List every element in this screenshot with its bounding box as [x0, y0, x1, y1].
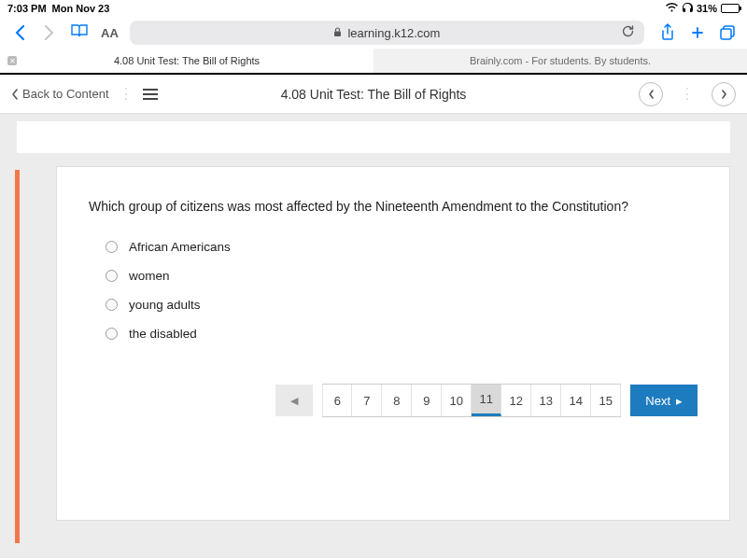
- close-icon[interactable]: ✕: [7, 56, 17, 65]
- svg-rect-0: [334, 31, 341, 36]
- pager-page[interactable]: 13: [531, 385, 561, 416]
- pager-next-button[interactable]: Next ▸: [630, 385, 698, 416]
- radio-icon: [106, 328, 118, 340]
- radio-icon: [106, 241, 118, 253]
- pager-page[interactable]: 8: [382, 385, 412, 416]
- pager-page-current[interactable]: 11: [472, 385, 501, 416]
- reload-icon[interactable]: [621, 24, 635, 41]
- back-label: Back to Content: [22, 87, 109, 101]
- prev-page-button[interactable]: [639, 82, 663, 106]
- pager-page[interactable]: 9: [412, 385, 442, 416]
- ipad-status-bar: 7:03 PM Mon Nov 23 31%: [0, 0, 747, 17]
- radio-icon: [106, 270, 118, 282]
- accent-strip: [15, 170, 20, 543]
- chevron-right-icon: ▸: [676, 394, 683, 408]
- pager-page[interactable]: 12: [501, 385, 531, 416]
- pager-page[interactable]: 14: [561, 385, 591, 416]
- back-to-content-link[interactable]: Back to Content: [11, 87, 109, 101]
- answer-option[interactable]: young adults: [89, 290, 698, 319]
- battery-percent: 31%: [697, 3, 717, 14]
- tab-label: 4.08 Unit Test: The Bill of Rights: [114, 55, 260, 66]
- next-label: Next: [645, 394, 670, 408]
- tabs-icon[interactable]: [715, 21, 740, 45]
- tab-active[interactable]: ✕ 4.08 Unit Test: The Bill of Rights: [0, 49, 374, 73]
- address-bar[interactable]: learning.k12.com: [130, 21, 644, 45]
- answer-option[interactable]: women: [89, 261, 698, 290]
- answer-option[interactable]: African Americans: [89, 232, 698, 261]
- bookmarks-icon[interactable]: [67, 23, 92, 43]
- battery-icon: [721, 4, 740, 13]
- browser-toolbar: AA learning.k12.com: [0, 17, 747, 49]
- pager-prev-button[interactable]: ◀: [275, 385, 313, 416]
- app-header: Back to Content ⋮ 4.08 Unit Test: The Bi…: [0, 75, 747, 114]
- browser-back-button[interactable]: [7, 21, 32, 45]
- lock-icon: [333, 27, 342, 39]
- browser-forward-button[interactable]: [37, 21, 62, 45]
- page-title: 4.08 Unit Test: The Bill of Rights: [281, 87, 467, 102]
- new-tab-icon[interactable]: [685, 21, 710, 45]
- tab-strip: ✕ 4.08 Unit Test: The Bill of Rights Bra…: [0, 49, 747, 75]
- question-card: Which group of citizens was most affecte…: [56, 166, 730, 521]
- text-size-control[interactable]: AA: [101, 26, 119, 40]
- pager-page[interactable]: 6: [322, 385, 352, 416]
- pager-numbers: 6 7 8 9 10 11 12 13 14 15: [322, 384, 621, 417]
- pagination: ◀ 6 7 8 9 10 11 12 13 14 15 Next ▸: [89, 384, 698, 417]
- pager-page[interactable]: 15: [591, 385, 621, 416]
- separator: ⋮: [119, 85, 134, 103]
- answer-option[interactable]: the disabled: [89, 319, 698, 348]
- option-label: the disabled: [129, 327, 197, 341]
- share-icon[interactable]: [655, 21, 680, 45]
- card-top-strip: [17, 121, 730, 153]
- quiz-area: Which group of citizens was most affecte…: [0, 114, 747, 558]
- address-host: learning.k12.com: [347, 26, 440, 40]
- tab-inactive[interactable]: Brainly.com - For students. By students.: [374, 49, 747, 73]
- headphones-icon: [682, 3, 693, 15]
- pager-page[interactable]: 10: [442, 385, 472, 416]
- option-label: women: [129, 269, 170, 283]
- question-text: Which group of citizens was most affecte…: [89, 199, 698, 214]
- separator: ⋮: [680, 85, 695, 103]
- wifi-icon: [666, 3, 678, 14]
- next-page-button[interactable]: [712, 82, 736, 106]
- radio-icon: [106, 299, 118, 311]
- svg-rect-1: [721, 29, 731, 39]
- option-label: African Americans: [129, 240, 231, 254]
- menu-icon[interactable]: [143, 89, 158, 100]
- option-label: young adults: [129, 298, 201, 312]
- pager-page[interactable]: 7: [352, 385, 382, 416]
- status-time: 7:03 PM: [7, 3, 47, 14]
- tab-label: Brainly.com - For students. By students.: [470, 55, 651, 66]
- status-date: Mon Nov 23: [52, 3, 110, 14]
